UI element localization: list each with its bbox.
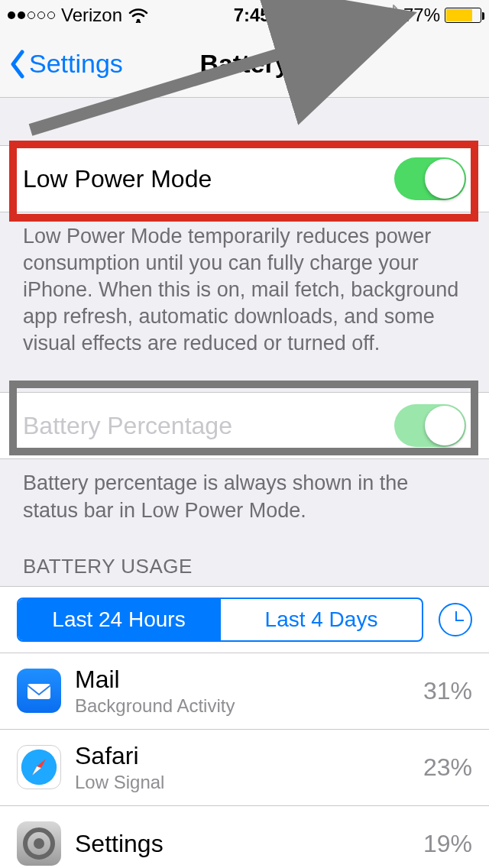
app-name: Mail [75, 666, 410, 694]
mail-app-icon [17, 669, 61, 713]
usage-row-safari[interactable]: Safari Low Signal 23% [0, 729, 489, 805]
usage-row-settings[interactable]: Settings 19% [0, 805, 489, 868]
svg-line-8 [31, 23, 382, 130]
app-pct: 19% [423, 830, 472, 858]
low-power-mode-label: Low Power Mode [23, 165, 212, 193]
battery-percentage-row-label: Battery Percentage [23, 412, 232, 440]
battery-percentage-switch[interactable] [394, 404, 466, 447]
app-sub: Background Activity [75, 695, 410, 717]
clock-icon-button[interactable] [439, 603, 472, 636]
annotation-arrow [0, 0, 489, 153]
seg-last-4-days[interactable]: Last 4 Days [219, 599, 422, 640]
low-power-mode-cell[interactable]: Low Power Mode [0, 145, 489, 212]
svg-rect-1 [28, 684, 50, 699]
usage-row-mail[interactable]: Mail Background Activity 31% [0, 653, 489, 729]
settings-app-icon [17, 821, 61, 866]
battery-percentage-cell[interactable]: Battery Percentage [0, 392, 489, 459]
svg-point-6 [34, 838, 44, 849]
low-power-mode-switch[interactable] [394, 157, 466, 200]
low-power-mode-footer: Low Power Mode temporarily reduces power… [0, 212, 489, 357]
safari-app-icon [17, 745, 61, 789]
app-sub: Low Signal [75, 772, 410, 793]
app-pct: 31% [423, 677, 472, 705]
battery-usage-header: BATTERY USAGE [0, 524, 489, 586]
app-pct: 23% [423, 753, 472, 782]
app-name: Safari [75, 742, 410, 770]
time-range-segmented: Last 24 Hours Last 4 Days [17, 598, 423, 642]
app-name: Settings [75, 830, 410, 858]
seg-last-24-hours[interactable]: Last 24 Hours [18, 599, 219, 640]
usage-segmented-row: Last 24 Hours Last 4 Days [0, 586, 489, 653]
battery-percentage-footer: Battery percentage is always shown in th… [0, 459, 489, 523]
